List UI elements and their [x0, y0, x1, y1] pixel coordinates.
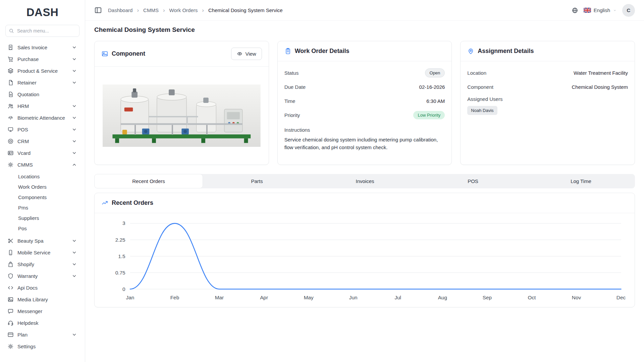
purchase-icon — [7, 56, 14, 62]
sidebar-subitem-suppliers[interactable]: Suppliers — [5, 213, 79, 223]
sidebar-subitem-locations[interactable]: Locations — [5, 171, 79, 182]
product-service-icon — [7, 68, 14, 74]
summary-cards-row: Component View — [94, 41, 635, 165]
topbar-left: Dashboard›CMMS›Work Orders›Chemical Dosi… — [94, 6, 283, 14]
search-icon — [9, 28, 14, 34]
assignment-card-body: LocationWater Treatment Facility Compone… — [461, 61, 635, 122]
retainer-icon — [7, 79, 14, 86]
settings-icon — [7, 343, 14, 350]
sidebar-item-label: Api Docs — [17, 285, 77, 291]
recent-orders-card-header: Recent Orders — [95, 193, 635, 213]
uk-flag-icon — [584, 8, 591, 13]
caret-down-icon — [613, 8, 617, 12]
chevron-down-icon — [71, 249, 77, 256]
sidebar-item-crm[interactable]: CRM — [5, 135, 79, 147]
tab-recent-orders[interactable]: Recent Orders — [94, 174, 203, 188]
svg-text:Dec: Dec — [616, 295, 626, 300]
sidebar-item-label: Mobile Service — [17, 250, 67, 255]
sidebar-item-plan[interactable]: Plan — [5, 329, 79, 341]
breadcrumb-cmms[interactable]: CMMS — [143, 7, 159, 13]
sidebar-item-retainer[interactable]: Retainer — [5, 77, 79, 88]
sidebar-item-biometric-attendance[interactable]: Biometric Attendance — [5, 112, 79, 124]
field-row-priority: PriorityLow Priority — [284, 110, 445, 120]
sidebar-subitem-work-orders[interactable]: Work Orders — [5, 182, 79, 192]
assignment-details-card: Assignment Details LocationWater Treatme… — [460, 41, 635, 165]
panel-toggle-icon — [94, 6, 102, 14]
sidebar-item-sales-invoice[interactable]: Sales Invoice — [5, 42, 79, 53]
field-value-location: Water Treatment Facility — [574, 70, 628, 76]
svg-text:May: May — [304, 295, 314, 300]
trend-up-icon — [101, 199, 108, 206]
component-card-header: Component View — [95, 41, 269, 67]
field-label: Time — [284, 98, 296, 104]
sidebar-item-media-library[interactable]: Media Library — [5, 294, 79, 305]
page-content: Chemical Dosing System Service Component… — [85, 21, 644, 362]
assigned-users-label: Assigned Users — [467, 96, 628, 102]
sidebar-item-shopify[interactable]: Shopify — [5, 258, 79, 270]
sidebar-item-beauty-spa[interactable]: Beauty Spa — [5, 235, 79, 247]
breadcrumb-work-orders[interactable]: Work Orders — [169, 7, 198, 13]
sidebar-item-mobile-service[interactable]: Mobile Service — [5, 247, 79, 258]
sidebar-item-helpdesk[interactable]: Helpdesk — [5, 317, 79, 329]
sidebar-item-messenger[interactable]: Messenger — [5, 305, 79, 317]
user-avatar[interactable]: C — [622, 4, 635, 17]
chevron-down-icon — [71, 331, 77, 338]
search-input[interactable] — [5, 25, 79, 37]
sidebar-subitem-components[interactable]: Components — [5, 192, 79, 202]
sidebar-item-label: Sales Invoice — [17, 45, 67, 50]
chevron-down-icon — [71, 138, 77, 144]
chevron-right-icon: › — [202, 7, 204, 13]
eye-icon — [237, 51, 243, 57]
media-library-icon — [7, 296, 14, 303]
sidebar-item-purchase[interactable]: Purchase — [5, 53, 79, 65]
page-title: Chemical Dosing System Service — [94, 26, 635, 34]
component-image — [103, 84, 261, 147]
field-label: Location — [467, 70, 486, 76]
svg-text:0.75: 0.75 — [115, 270, 125, 276]
priority-badge: Low Priority — [413, 111, 445, 119]
sidebar-search — [5, 25, 79, 37]
field-label: Due Date — [284, 84, 306, 90]
chevron-down-icon — [71, 68, 77, 74]
vcard-icon — [7, 150, 14, 156]
component-card: Component View — [94, 41, 269, 165]
tab-parts[interactable]: Parts — [203, 174, 311, 188]
instructions-text: Service chemical dosing system including… — [284, 136, 445, 151]
language-selector[interactable]: English — [584, 7, 617, 13]
recent-orders-card: Recent Orders 00.751.52.253JanFebMarAprM… — [94, 193, 635, 307]
sidebar-subitem-pos[interactable]: Pos — [5, 223, 79, 234]
sidebar-item-product-service[interactable]: Product & Service — [5, 65, 79, 77]
tab-invoices[interactable]: Invoices — [311, 174, 419, 188]
sidebar-item-settings[interactable]: Settings — [5, 341, 79, 352]
sidebar-item-hrm[interactable]: HRM — [5, 100, 79, 112]
language-label: English — [594, 7, 610, 13]
sidebar-item-quotation[interactable]: Quotation — [5, 88, 79, 100]
breadcrumb-dashboard[interactable]: Dashboard — [108, 7, 132, 13]
sidebar-item-api-docs[interactable]: Api Docs — [5, 282, 79, 294]
work-order-card-title: Work Order Details — [295, 48, 350, 55]
tab-log-time[interactable]: Log Time — [527, 174, 635, 188]
chevron-down-icon — [71, 79, 77, 86]
globe-icon — [572, 7, 578, 14]
tab-pos[interactable]: POS — [419, 174, 527, 188]
sidebar-toggle-button[interactable] — [94, 6, 102, 14]
chevron-down-icon — [71, 261, 77, 267]
sidebar-item-pos[interactable]: POS — [5, 124, 79, 135]
sidebar-item-cmms[interactable]: CMMS — [5, 159, 79, 171]
sidebar-item-label: Biometric Attendance — [17, 115, 67, 121]
chevron-down-icon — [71, 103, 77, 109]
messenger-icon — [7, 308, 14, 314]
svg-text:Jan: Jan — [126, 295, 135, 300]
field-row-status: StatusOpen — [284, 68, 445, 77]
sidebar-item-label: Shopify — [17, 261, 67, 267]
sidebar-item-warranty[interactable]: Warranty — [5, 270, 79, 282]
work-order-card-body: StatusOpen Due Date02-16-2026 Time6:30 A… — [278, 61, 452, 158]
view-button[interactable]: View — [231, 48, 262, 60]
beauty-spa-icon — [7, 238, 14, 244]
chevron-down-icon — [71, 115, 77, 121]
sidebar-subitem-pms[interactable]: Pms — [5, 202, 79, 213]
sidebar-item-vcard[interactable]: Vcard — [5, 147, 79, 159]
sidebar-item-label: CRM — [17, 138, 67, 144]
field-value-due-date: 02-16-2026 — [419, 84, 445, 90]
tab-bar: Recent OrdersPartsInvoicesPOSLog Time — [94, 174, 635, 188]
